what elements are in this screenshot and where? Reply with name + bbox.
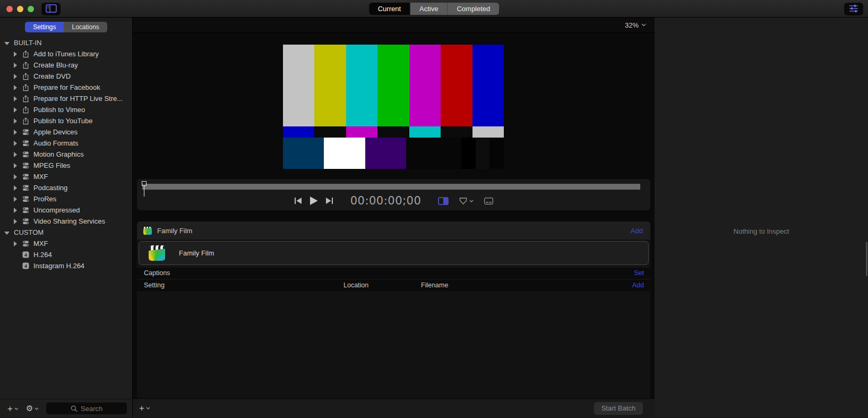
tab-locations[interactable]: Locations: [64, 22, 107, 32]
job-title: Family Film: [179, 249, 214, 257]
tree-section-built-in[interactable]: BUILT-IN: [0, 37, 132, 48]
captions-display-button[interactable]: [484, 198, 493, 204]
item-label: Create Blu-ray: [33, 61, 78, 69]
sidebar-footer: + ⚙ Search: [0, 399, 132, 417]
plus-icon: +: [139, 404, 144, 413]
share-icon: [22, 73, 29, 80]
item-label: Create DVD: [33, 72, 71, 80]
disclosure-triangle-icon[interactable]: [13, 96, 18, 101]
tree-item-create-dvd[interactable]: Create DVD: [0, 71, 132, 82]
toggle-sidebar-button[interactable]: [41, 3, 61, 15]
tree-item-prepare-for-facebook[interactable]: Prepare for Facebook: [0, 82, 132, 93]
item-label: Motion Graphics: [33, 150, 84, 158]
playhead[interactable]: [142, 181, 147, 186]
disclosure-triangle-icon[interactable]: [13, 85, 18, 90]
compressor-window: Current Active Completed Settings Locati…: [0, 0, 868, 418]
chevron-down-icon: [146, 407, 150, 410]
segment-completed[interactable]: Completed: [448, 3, 499, 15]
tree-item-create-blu-ray[interactable]: Create Blu-ray: [0, 59, 132, 71]
playback-controls: 00:00:00;00: [137, 193, 650, 209]
segment-current[interactable]: Current: [369, 3, 410, 15]
tree-item-publish-to-youtube[interactable]: Publish to YouTube: [0, 115, 132, 126]
tree-item-podcasting[interactable]: Podcasting: [0, 182, 132, 193]
minimize-window-button[interactable]: [17, 6, 23, 12]
disclosure-triangle-icon[interactable]: [13, 197, 18, 202]
item-label: Instagram H.264: [33, 262, 84, 270]
batch-footer: + Start Batch: [133, 398, 655, 417]
item-label: Apple Devices: [33, 128, 78, 136]
tree-item-audio-formats[interactable]: Audio Formats: [0, 138, 132, 149]
disclosure-triangle-icon[interactable]: [13, 152, 18, 157]
tree-item-add-to-itunes-library[interactable]: Add to iTunes Library: [0, 48, 132, 59]
settings-action-menu-button[interactable]: ⚙: [26, 405, 39, 413]
tree-item-motion-graphics[interactable]: Motion Graphics: [0, 149, 132, 160]
add-setting-button[interactable]: +: [7, 404, 19, 413]
setting-group-icon: [22, 185, 29, 191]
setting-group-icon: [22, 196, 29, 202]
smpte-bar: [409, 45, 441, 126]
disclosure-triangle-icon[interactable]: [13, 107, 18, 113]
batch-add-output-link[interactable]: Add: [631, 227, 643, 235]
zoom-level-dropdown[interactable]: 32%: [625, 21, 646, 29]
disclosure-triangle-icon[interactable]: [13, 185, 18, 191]
job-card[interactable]: Family Film: [139, 241, 649, 265]
disclosure-triangle-icon[interactable]: [13, 208, 18, 213]
close-window-button[interactable]: [6, 6, 13, 12]
tree-item-mxf[interactable]: MXF: [0, 171, 132, 182]
disclosure-triangle-icon[interactable]: [4, 41, 10, 45]
disclosure-triangle-icon[interactable]: [13, 52, 18, 57]
disclosure-triangle-icon[interactable]: [13, 74, 18, 79]
tree-item-prores[interactable]: ProRes: [0, 193, 132, 204]
disclosure-triangle-icon[interactable]: [4, 231, 10, 235]
captions-row: Captions Set: [137, 268, 650, 279]
batch-header-row[interactable]: Family Film Add: [137, 221, 650, 240]
scrollbar-thumb[interactable]: [866, 242, 867, 276]
tree-item-mpeg-files[interactable]: MPEG Files: [0, 160, 132, 171]
disclosure-triangle-icon[interactable]: [13, 130, 18, 135]
next-frame-button[interactable]: [325, 197, 333, 204]
tab-settings[interactable]: Settings: [25, 22, 64, 32]
add-job-button[interactable]: +: [139, 404, 150, 413]
search-field[interactable]: Search: [46, 403, 127, 414]
disclosure-triangle-icon[interactable]: [13, 163, 18, 168]
output-columns-row: Setting Location Filename Add: [137, 280, 650, 291]
tree-item-video-sharing-services[interactable]: Video Sharing Services: [0, 216, 132, 227]
share-icon: [22, 50, 29, 58]
tree-item-h-264[interactable]: 4H.264: [0, 249, 132, 260]
smpte-bar: [476, 138, 490, 169]
inspector-empty-message: Nothing to Inspect: [655, 227, 868, 235]
disclosure-triangle-icon[interactable]: [13, 219, 18, 224]
item-label: Add to iTunes Library: [33, 50, 99, 58]
marker-menu-button[interactable]: [459, 198, 474, 204]
compare-view-button[interactable]: [438, 197, 449, 205]
tree-item-mxf[interactable]: MXF: [0, 238, 132, 249]
share-icon: [22, 84, 29, 91]
smpte-bar: [346, 126, 377, 138]
tree-item-publish-to-vimeo[interactable]: Publish to Vimeo: [0, 104, 132, 115]
start-batch-button[interactable]: Start Batch: [594, 402, 643, 415]
tree-item-uncompressed[interactable]: Uncompressed: [0, 204, 132, 216]
smpte-bar: [283, 45, 314, 126]
batch-title: Family Film: [157, 227, 192, 235]
play-button[interactable]: [310, 197, 318, 205]
captions-set-link[interactable]: Set: [634, 269, 644, 277]
output-add-link[interactable]: Add: [632, 281, 644, 289]
toggle-inspector-button[interactable]: [844, 3, 863, 15]
tree-section-custom[interactable]: CUSTOM: [0, 227, 132, 238]
smpte-bar: [314, 126, 346, 138]
transport-panel: 00:00:00;00: [137, 179, 650, 210]
previous-frame-button[interactable]: [294, 197, 302, 204]
preview-and-batch-area: 32%: [133, 18, 655, 417]
tree-item-prepare-for-http-live-stre[interactable]: Prepare for HTTP Live Stre...: [0, 93, 132, 104]
disclosure-triangle-icon[interactable]: [13, 174, 18, 180]
timeline-scrubber[interactable]: [142, 184, 640, 190]
disclosure-triangle-icon[interactable]: [13, 141, 18, 146]
fullscreen-window-button[interactable]: [28, 6, 34, 12]
tree-item-instagram-h-264[interactable]: 4Instagram H.264: [0, 260, 132, 271]
tree-item-apple-devices[interactable]: Apple Devices: [0, 126, 132, 138]
disclosure-triangle-icon[interactable]: [13, 63, 18, 68]
disclosure-triangle-icon[interactable]: [13, 118, 18, 124]
segment-active[interactable]: Active: [410, 3, 448, 15]
svg-text:4: 4: [24, 252, 27, 258]
disclosure-triangle-icon[interactable]: [13, 241, 18, 246]
